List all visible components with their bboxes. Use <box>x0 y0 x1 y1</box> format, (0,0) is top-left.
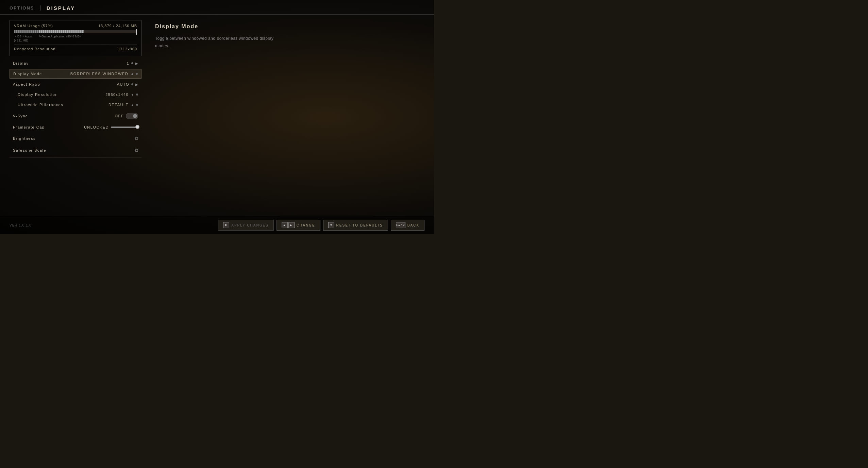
description-title: Display Mode <box>155 23 419 30</box>
reset-key: R <box>328 222 334 228</box>
reset-button[interactable]: R RESET TO DEFAULTS <box>323 220 388 231</box>
setting-display-resolution-label: Display Resolution <box>18 93 58 97</box>
vram-value: 13,879 / 24,156 MB <box>98 24 137 28</box>
setting-framerate-cap-label: Framerate Cap <box>13 125 45 129</box>
setting-safezone-scale[interactable]: Safezone Scale ⧉ <box>10 145 141 155</box>
setting-vsync-value-container: OFF <box>115 113 138 119</box>
setting-vsync-value: OFF <box>115 114 124 118</box>
bottom-actions: F APPLY CHANGES ◄ ► CHANGE R RESET TO DE… <box>218 220 424 231</box>
setting-framerate-cap[interactable]: Framerate Cap UNLOCKED <box>10 123 141 132</box>
setting-display-label: Display <box>13 61 29 65</box>
setting-ultrawide-dot <box>136 104 138 106</box>
page-title: DISPLAY <box>47 5 76 11</box>
main-content: VRAM Usage (57%) 13,879 / 24,156 MB └ OS… <box>0 15 434 216</box>
setting-brightness-label: Brightness <box>13 136 36 140</box>
setting-brightness-value-container: ⧉ <box>135 135 138 141</box>
change-button[interactable]: ◄ ► CHANGE <box>277 220 320 231</box>
options-breadcrumb[interactable]: OPTIONS <box>10 5 34 11</box>
vram-marker <box>136 29 137 35</box>
apply-changes-label: APPLY CHANGES <box>231 223 269 227</box>
vsync-toggle-knob <box>133 114 137 118</box>
page-container: OPTIONS | DISPLAY VRAM Usage (57%) 13,87… <box>0 0 434 234</box>
setting-aspect-ratio-label: Aspect Ratio <box>13 82 40 86</box>
setting-display-mode-dot <box>136 73 138 75</box>
setting-display-dot <box>131 62 133 64</box>
rendered-resolution-row: Rendered Resolution 1712x960 <box>14 45 137 52</box>
setting-display-value-container: 1 ▶ <box>127 61 138 65</box>
back-label: BACK <box>407 223 419 227</box>
setting-safezone-label: Safezone Scale <box>13 148 46 152</box>
rendered-res-label: Rendered Resolution <box>14 47 55 51</box>
setting-display-mode-arrow-left: ◄ <box>130 72 134 76</box>
header-divider: | <box>40 5 41 11</box>
vram-box: VRAM Usage (57%) 13,879 / 24,156 MB └ OS… <box>10 20 141 56</box>
setting-display-resolution-value: 2560x1440 <box>105 93 129 97</box>
setting-ultrawide-label: Ultrawide Pillarboxes <box>18 103 63 107</box>
change-label: CHANGE <box>297 223 315 227</box>
framerate-slider-track[interactable] <box>111 127 138 128</box>
bottom-bar: VER 1.0.1.0 F APPLY CHANGES ◄ ► CHANGE R… <box>0 216 434 234</box>
setting-aspect-ratio-value: AUTO <box>117 82 129 86</box>
setting-display-mode-label: Display Mode <box>13 72 42 76</box>
setting-aspect-ratio[interactable]: Aspect Ratio AUTO ▶ <box>10 80 141 89</box>
setting-vsync[interactable]: V-Sync OFF <box>10 111 141 121</box>
setting-display-mode[interactable]: Display Mode BORDERLESS WINDOWED ◄ <box>10 69 141 79</box>
brightness-icon: ⧉ <box>135 135 138 141</box>
setting-framerate-cap-value: UNLOCKED <box>84 125 109 129</box>
setting-ultrawide-arrow-left: ◄ <box>131 103 134 107</box>
vram-labels-row: └ OS + Apps (4831 MB) └ Game Application… <box>14 35 137 43</box>
vram-game-label: └ Game Application (9048 MB) <box>38 35 81 43</box>
change-key-left: ◄ <box>282 222 288 228</box>
setting-safezone-value-container: ⧉ <box>135 147 138 153</box>
left-panel: VRAM Usage (57%) 13,879 / 24,156 MB └ OS… <box>10 20 141 211</box>
setting-aspect-ratio-value-container: AUTO ▶ <box>117 82 138 86</box>
vsync-toggle[interactable] <box>126 113 138 119</box>
safezone-icon: ⧉ <box>135 147 138 153</box>
framerate-slider-container <box>111 127 138 128</box>
setting-aspect-ratio-arrow: ▶ <box>135 83 138 86</box>
back-key: BACK <box>396 222 405 228</box>
reset-label: RESET TO DEFAULTS <box>336 223 383 227</box>
setting-brightness[interactable]: Brightness ⧉ <box>10 133 141 144</box>
vram-label: VRAM Usage (57%) <box>14 24 53 28</box>
setting-ultrawide-value-container: DEFAULT ◄ <box>108 103 138 107</box>
vram-bar <box>14 30 137 33</box>
setting-display-resolution-value-container: 2560x1440 ◄ <box>105 93 138 97</box>
right-panel: Display Mode Toggle between windowed and… <box>150 20 424 211</box>
change-key-double: ◄ ► <box>282 222 295 228</box>
setting-display[interactable]: Display 1 ▶ <box>10 59 141 68</box>
change-key-right: ► <box>288 222 295 228</box>
setting-display-mode-value: BORDERLESS WINDOWED <box>70 72 128 76</box>
header: OPTIONS | DISPLAY <box>0 0 434 15</box>
separator <box>10 157 141 158</box>
version-text: VER 1.0.1.0 <box>10 223 32 227</box>
apply-changes-button[interactable]: F APPLY CHANGES <box>218 220 274 231</box>
setting-framerate-cap-value-container: UNLOCKED <box>84 125 138 129</box>
setting-display-resolution-dot <box>136 94 138 96</box>
setting-display-mode-value-container: BORDERLESS WINDOWED ◄ <box>70 72 138 76</box>
setting-ultrawide[interactable]: Ultrawide Pillarboxes DEFAULT ◄ <box>10 100 141 109</box>
rendered-res-value: 1712x960 <box>118 47 137 51</box>
apply-key: F <box>223 222 229 228</box>
vram-bar-game <box>39 30 84 33</box>
vram-bar-os <box>14 30 39 33</box>
setting-display-resolution[interactable]: Display Resolution 2560x1440 ◄ <box>10 90 141 99</box>
setting-ultrawide-value: DEFAULT <box>108 103 129 107</box>
setting-aspect-ratio-dot <box>131 83 133 85</box>
setting-vsync-label: V-Sync <box>13 114 28 118</box>
setting-display-resolution-arrow-left: ◄ <box>131 93 134 97</box>
framerate-slider-thumb[interactable] <box>135 125 139 129</box>
vram-os-label: └ OS + Apps (4831 MB) <box>14 35 32 43</box>
back-button[interactable]: BACK BACK <box>391 220 424 231</box>
description-text: Toggle between windowed and borderless w… <box>155 35 284 50</box>
setting-display-arrow: ▶ <box>135 62 138 65</box>
setting-display-value: 1 <box>127 61 129 65</box>
framerate-slider-fill <box>111 127 138 128</box>
